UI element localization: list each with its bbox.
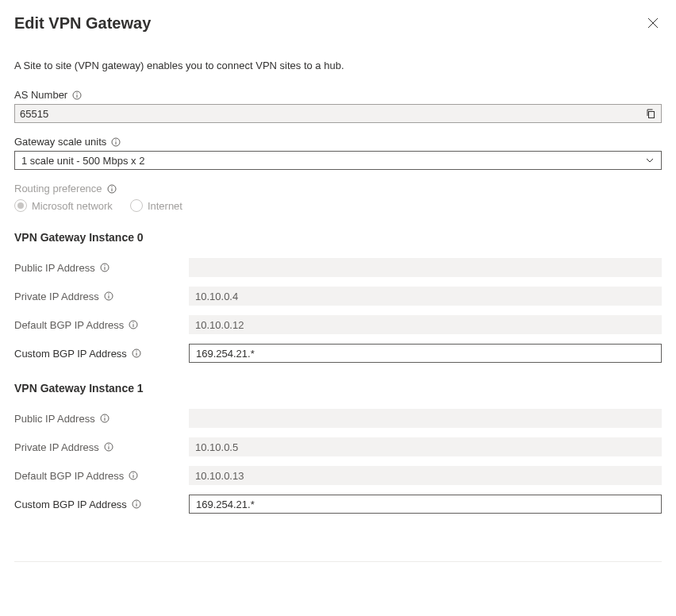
info-icon[interactable] [104,442,113,452]
routing-pref-internet-label: Internet [148,200,182,212]
info-icon[interactable] [104,291,113,301]
instance0-custom-bgp-label: Custom BGP IP Address [14,348,127,360]
info-icon[interactable] [100,263,109,272]
instance0-private-ip-value: 10.10.0.4 [189,287,662,306]
instance0-public-ip-value [189,258,662,277]
info-icon[interactable] [132,499,141,509]
copy-icon [645,108,656,119]
routing-pref-microsoft-radio: Microsoft network [14,199,113,212]
instance-0-heading: VPN Gateway Instance 0 [14,231,662,244]
info-icon[interactable] [132,348,141,358]
info-icon[interactable] [72,90,82,100]
svg-point-33 [136,502,136,502]
instance1-public-ip-value [189,409,662,428]
chevron-down-icon [645,156,655,165]
copy-button[interactable] [645,108,656,119]
instance-1-heading: VPN Gateway Instance 1 [14,382,662,395]
instance0-custom-bgp-input[interactable] [189,344,662,363]
radio-icon [130,199,143,212]
divider [14,561,662,562]
instance0-default-bgp-label: Default BGP IP Address [14,319,124,331]
svg-point-27 [108,445,109,445]
svg-point-6 [116,139,117,140]
svg-point-15 [108,294,109,295]
radio-icon [14,199,27,212]
instance1-default-bgp-value: 10.10.0.13 [189,466,662,485]
scale-units-label: Gateway scale units [14,136,106,148]
instance0-default-bgp-value: 10.10.0.12 [189,315,662,334]
svg-point-2 [77,92,78,93]
info-icon[interactable] [111,137,121,147]
instance1-private-ip-label: Private IP Address [14,441,99,453]
as-number-value: 65515 [20,108,48,120]
instance1-public-ip-label: Public IP Address [14,413,95,425]
info-icon[interactable] [129,471,138,480]
page-title: Edit VPN Gateway [14,14,151,33]
routing-pref-label: Routing preference [14,183,102,194]
as-number-label: AS Number [14,89,67,101]
instance1-custom-bgp-input[interactable] [189,495,662,514]
info-icon [107,184,117,194]
scale-units-select[interactable]: 1 scale unit - 500 Mbps x 2 [14,151,662,170]
svg-point-12 [104,265,105,266]
svg-point-18 [133,322,134,323]
svg-point-21 [136,351,136,352]
svg-point-9 [111,186,112,187]
instance0-public-ip-label: Public IP Address [14,262,95,274]
info-icon[interactable] [129,320,138,329]
info-icon[interactable] [100,414,109,423]
close-button[interactable] [644,14,662,34]
routing-pref-internet-radio: Internet [130,199,182,212]
svg-rect-3 [649,112,655,118]
close-icon [647,17,659,29]
svg-point-24 [104,416,105,417]
instance0-private-ip-label: Private IP Address [14,291,99,302]
routing-pref-ms-label: Microsoft network [32,200,113,212]
as-number-field: 65515 [14,104,662,123]
panel-description: A Site to site (VPN gateway) enables you… [14,60,662,71]
instance1-private-ip-value: 10.10.0.5 [189,437,662,456]
svg-point-30 [133,473,134,474]
instance1-custom-bgp-label: Custom BGP IP Address [14,499,127,510]
instance1-default-bgp-label: Default BGP IP Address [14,470,124,482]
scale-units-value: 1 scale unit - 500 Mbps x 2 [21,155,144,167]
